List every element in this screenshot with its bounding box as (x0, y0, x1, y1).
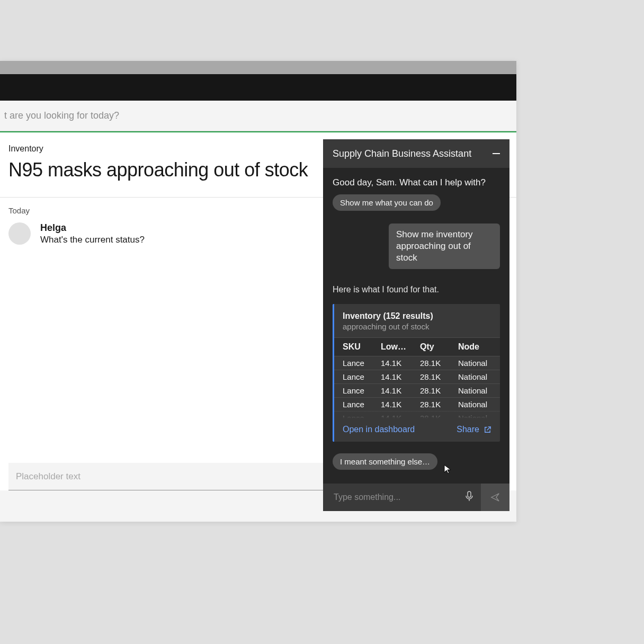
assistant-composer (323, 484, 509, 511)
table-cell: 14.1K (381, 372, 420, 381)
col-low: Low… (381, 342, 420, 352)
table-cell: 14.1K (381, 400, 420, 409)
assistant-greeting: Good day, Sam. What can I help with? (333, 177, 500, 188)
app-topbar (0, 74, 516, 101)
assistant-header: Supply Chain Business Assistant (323, 139, 509, 168)
table-cell: National (458, 386, 491, 395)
bot-reply: Here is what I found for that. (333, 285, 500, 294)
table-cell: 28.1K (420, 386, 458, 395)
table-row[interactable]: Lance14.1K28.1KNational (334, 356, 500, 370)
user-message: Show me inventory approaching out of sto… (389, 223, 500, 269)
table-cell: National (458, 400, 491, 409)
assistant-input-wrap[interactable] (323, 484, 481, 511)
suggestion-chip-capabilities[interactable]: Show me what you can do (333, 194, 441, 211)
table-cell: 14.1K (381, 359, 420, 368)
minimize-icon[interactable] (493, 153, 500, 154)
assistant-send-button[interactable] (481, 484, 509, 511)
assistant-body: Good day, Sam. What can I help with? Sho… (323, 168, 509, 484)
col-node: Node (458, 342, 491, 352)
launch-icon (484, 426, 491, 434)
send-icon (490, 493, 500, 502)
avatar (8, 222, 31, 245)
col-sku: SKU (343, 342, 381, 352)
results-card: Inventory (152 results) approaching out … (333, 304, 500, 442)
table-cell: 14.1K (381, 386, 420, 395)
table-cell: National (458, 414, 491, 418)
table-cell: 28.1K (420, 372, 458, 381)
microphone-icon[interactable] (465, 491, 473, 504)
table-cell: National (458, 359, 491, 368)
table-row[interactable]: Lance14.1K28.1KNational (334, 383, 500, 397)
window-titlebar (0, 61, 516, 74)
share-link[interactable]: Share (457, 425, 491, 434)
table-cell: Lance (343, 386, 381, 395)
open-dashboard-link[interactable]: Open in dashboard (343, 425, 415, 434)
svg-rect-6 (468, 491, 471, 497)
card-title: Inventory (152 results) (343, 311, 491, 321)
suggestion-chip-else[interactable]: I meant something else… (333, 453, 437, 470)
table-row[interactable]: Lance14.1K28.1KNational (334, 370, 500, 383)
table-cell: National (458, 372, 491, 381)
table-cell: Lance (343, 414, 381, 418)
global-search-row[interactable]: t are you looking for today? (0, 101, 516, 131)
table-cell: Lance (343, 372, 381, 381)
table-row[interactable]: Lance14.1K28.1KNational (334, 397, 500, 411)
assistant-panel: Supply Chain Business Assistant Good day… (323, 139, 509, 511)
table-cell: 28.1K (420, 359, 458, 368)
comment-author: Helga (40, 222, 66, 234)
table-cell: 14.1K (381, 414, 420, 418)
col-qty: Qty (420, 342, 458, 352)
table-cell: 28.1K (420, 400, 458, 409)
assistant-title: Supply Chain Business Assistant (333, 148, 471, 159)
card-subtitle: approaching out of stock (343, 322, 491, 331)
table-cell: Lance (343, 400, 381, 409)
table-cell: Lance (343, 359, 381, 368)
table-header-row: SKU Low… Qty Node (334, 337, 500, 356)
global-search-placeholder: t are you looking for today? (4, 110, 119, 121)
share-label: Share (457, 425, 479, 434)
table-cell: 28.1K (420, 414, 458, 418)
table-row[interactable]: Lance14.1K28.1KNational (334, 411, 500, 418)
assistant-input[interactable] (334, 493, 470, 502)
